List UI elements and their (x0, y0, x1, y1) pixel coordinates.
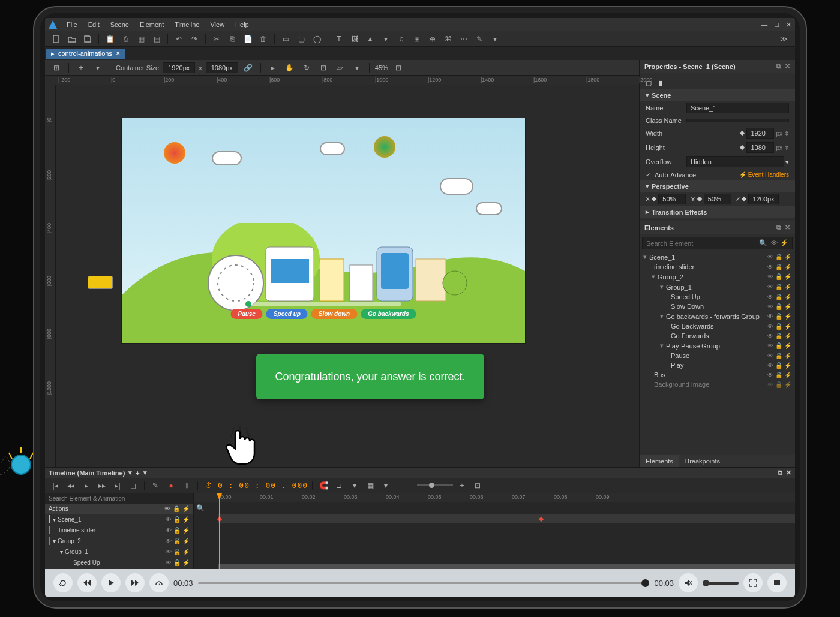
snap-icon[interactable]: ⊐ (332, 480, 346, 492)
save-icon[interactable] (81, 33, 94, 45)
autokey-icon[interactable]: ⦀ (180, 480, 193, 492)
speedup-button[interactable]: Speed up (266, 309, 308, 319)
menu-file[interactable]: File (62, 20, 82, 29)
overflow-icon[interactable]: ≫ (777, 33, 790, 45)
elements-panel-header[interactable]: Elements ⧉✕ (640, 221, 795, 234)
timeline-row[interactable]: ▾Group_2👁🔓⚡ (45, 535, 193, 546)
persp-x-input[interactable]: 50% (658, 194, 686, 204)
lock-icon[interactable]: 🔓 (775, 294, 782, 300)
bolt-icon[interactable]: ⚡ (784, 284, 791, 290)
pen-icon[interactable]: ✎ (149, 480, 162, 492)
persp-y-input[interactable]: 50% (704, 194, 731, 204)
element-tree-item[interactable]: Background Image👁🔓⚡ (640, 380, 795, 389)
keyframe-icon[interactable] (740, 145, 745, 150)
shape-icon[interactable]: ▲ (364, 33, 377, 45)
keyframe-icon[interactable] (740, 131, 745, 136)
paste-icon[interactable]: 📄 (241, 33, 254, 45)
eye-icon[interactable]: 👁 (767, 372, 773, 378)
clock-icon[interactable]: ⏱ (202, 480, 215, 492)
eye-icon[interactable]: 👁 (166, 527, 172, 534)
bolt-icon[interactable]: ⚡ (780, 239, 788, 247)
grid-icon[interactable]: ▦ (134, 33, 148, 45)
lock-icon[interactable]: 🔓 (173, 516, 181, 523)
eye-icon[interactable]: 👁 (767, 303, 773, 310)
lock-icon[interactable]: 🔓 (775, 273, 782, 280)
lock-icon[interactable]: 🔓 (775, 362, 782, 369)
gobackwards-button[interactable]: Go backwards (361, 309, 416, 319)
eye-icon[interactable]: 👁 (767, 342, 773, 349)
magnet-icon[interactable]: 🧲 (317, 480, 330, 492)
rect-icon[interactable]: ▢ (295, 33, 308, 45)
element-tree-item[interactable]: ▾Play-Pause Group👁🔓⚡ (640, 341, 795, 351)
eye-icon[interactable]: 👁 (767, 362, 773, 369)
popout-icon[interactable]: ⧉ (776, 62, 781, 70)
lock-icon[interactable]: 🔓 (775, 303, 782, 310)
code-icon[interactable]: ⌘ (442, 33, 455, 45)
text-icon[interactable]: T (332, 33, 346, 45)
lock-icon[interactable]: 🔓 (775, 333, 782, 339)
eye-icon[interactable]: 👁 (767, 333, 773, 339)
properties-panel-header[interactable]: Properties - Scene_1 (Scene) ⧉✕ (640, 60, 795, 73)
lock-icon[interactable]: 🔓 (173, 538, 181, 544)
grid-icon[interactable]: ▦ (364, 480, 377, 492)
eye-icon[interactable]: 👁 (767, 323, 773, 330)
canvas[interactable]: Pause Speed up Slow down Go backwards (56, 85, 639, 467)
element-tree-item[interactable]: Go Backwards👁🔓⚡ (640, 321, 795, 331)
lock-icon[interactable]: 🔓 (173, 559, 181, 566)
next-frame-icon[interactable]: ▸▸ (95, 480, 109, 492)
lock-icon[interactable]: 🔓 (775, 254, 782, 260)
redo-icon[interactable]: ↷ (188, 33, 201, 45)
bolt-icon[interactable]: ⚡ (182, 538, 190, 544)
eye-icon[interactable]: 👁 (166, 538, 172, 544)
zoom-in-icon[interactable]: + (455, 480, 469, 492)
eye-icon[interactable]: 👁 (767, 284, 773, 290)
responsive-icon[interactable]: ⊞ (50, 62, 63, 74)
bolt-icon[interactable]: ⚡ (182, 516, 190, 523)
zoom-slider[interactable] (417, 484, 453, 486)
bolt-icon[interactable]: ⚡ (182, 549, 190, 555)
timeline-row[interactable]: ▾Scene_1👁🔓⚡ (45, 514, 193, 525)
lock-icon[interactable]: 🔓 (775, 381, 782, 388)
bolt-icon[interactable]: ⚡ (182, 527, 190, 534)
document-tab[interactable]: ▸ control-animations ✕ (46, 49, 125, 59)
lock-icon[interactable]: 🔓 (775, 313, 782, 320)
add-icon[interactable]: + (136, 469, 139, 477)
eye-icon[interactable]: 👁 (164, 505, 170, 512)
clipboard-icon[interactable]: 📋 (103, 33, 116, 45)
keyframe-icon[interactable] (697, 197, 701, 201)
bolt-icon[interactable]: ⚡ (784, 303, 791, 310)
timeline-ruler[interactable]: 00:00 00:01 00:02 00:03 00:04 00:05 00:0… (194, 493, 795, 502)
eye-icon[interactable]: 👁 (767, 264, 773, 270)
menu-edit[interactable]: Edit (83, 20, 104, 29)
lock-icon[interactable]: 🔓 (775, 284, 782, 290)
hand-icon[interactable]: ✋ (283, 62, 296, 74)
element-tree-item[interactable]: Slow Down👁🔓⚡ (640, 302, 795, 311)
bus-element[interactable] (88, 276, 113, 289)
timeline-row[interactable]: timeline slider👁🔓⚡ (45, 525, 193, 535)
lock-icon[interactable]: 🔓 (775, 372, 782, 378)
eye-icon[interactable]: 👁 (767, 273, 773, 280)
timecode[interactable]: 0 : 00 : 00 . 000 (218, 481, 308, 490)
eye-icon[interactable]: 👁 (771, 239, 778, 247)
chevron-down-icon[interactable]: ▾ (785, 158, 789, 166)
forward-button[interactable] (125, 573, 145, 592)
fit-icon[interactable]: ⊡ (392, 62, 405, 74)
eye-icon[interactable]: 👁 (166, 549, 172, 555)
menu-scene[interactable]: Scene (106, 20, 134, 29)
classname-input[interactable] (686, 119, 789, 122)
bolt-icon[interactable]: ⚡ (182, 505, 190, 512)
slowdown-button[interactable]: Slow down (311, 309, 357, 319)
chevron-down-icon[interactable]: ▾ (143, 469, 147, 477)
speed-button[interactable] (149, 573, 169, 592)
element-tree-item[interactable]: ▾Go backwards - forwards Group👁🔓⚡ (640, 311, 795, 321)
rotate-icon[interactable]: ↻ (300, 62, 313, 74)
layers-icon[interactable]: ▤ (150, 33, 163, 45)
element-tree-item[interactable]: ▾Scene_1👁🔓⚡ (640, 252, 795, 262)
bolt-icon[interactable]: ⚡ (784, 362, 791, 369)
chevron-down-icon[interactable]: ▾ (350, 62, 364, 74)
goto-start-icon[interactable]: |◂ (49, 480, 62, 492)
play-button[interactable] (101, 573, 121, 592)
pen-icon[interactable]: ✎ (473, 33, 486, 45)
new-icon[interactable] (50, 33, 63, 45)
popout-icon[interactable]: ⧉ (776, 224, 781, 231)
